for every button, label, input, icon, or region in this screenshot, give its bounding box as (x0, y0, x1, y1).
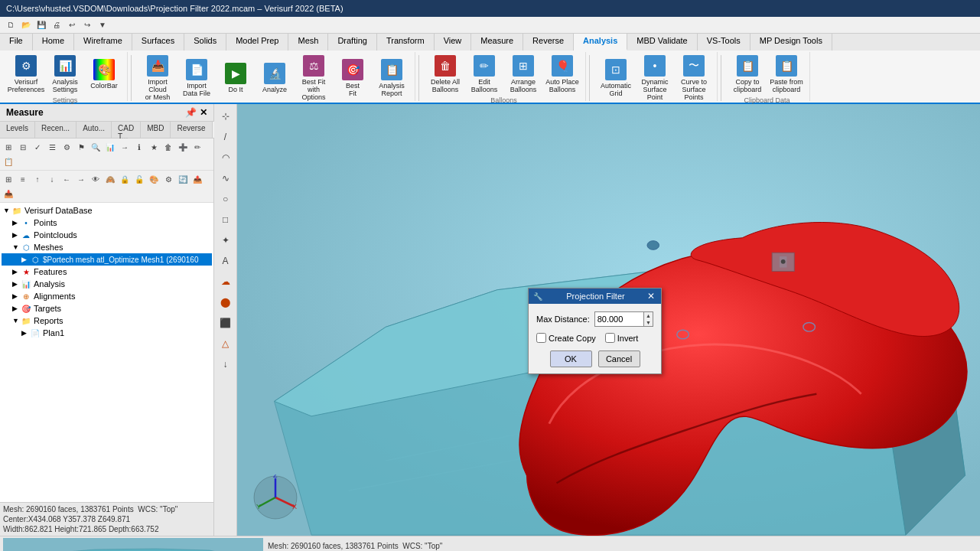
delete-all-balloons-button[interactable]: 🗑 Delete All Balloons (427, 54, 464, 95)
invert-checkbox[interactable] (605, 333, 615, 343)
panel-tab-auto[interactable]: Auto... (77, 122, 112, 138)
tree-item-targets[interactable]: ▶ 🎯 Targets (2, 302, 212, 315)
close-panel-icon[interactable]: ✕ (200, 107, 207, 118)
tab-measure[interactable]: Measure (471, 34, 523, 51)
lt-sphere[interactable]: ⬤ (217, 293, 235, 311)
pt-add[interactable]: ➕ (176, 140, 190, 154)
pt-filter[interactable]: 🔍 (89, 140, 103, 154)
tab-home[interactable]: Home (33, 34, 74, 51)
dialog-close-button[interactable]: ✕ (646, 291, 656, 302)
pt2-refresh[interactable]: 🔄 (176, 172, 190, 186)
pt2-unlock[interactable]: 🔓 (132, 172, 146, 186)
tree-item-reports[interactable]: ▼ 📁 Reports (2, 315, 212, 327)
pt-list[interactable]: ☰ (45, 140, 59, 154)
pt2-up[interactable]: ↑ (31, 172, 44, 186)
create-copy-checkbox[interactable] (536, 333, 546, 343)
tab-surfaces[interactable]: Surfaces (132, 34, 184, 51)
tab-vstools[interactable]: VS-Tools (698, 34, 750, 51)
best-fit-button[interactable]: 🎯 Best Fit (334, 57, 371, 99)
panel-tab-reverse[interactable]: Reverse (171, 122, 212, 138)
analysis-report-button[interactable]: 📋 Analysis Report (373, 57, 410, 99)
curve-to-surface-points-button[interactable]: 〜 Curve to Surface Points (676, 54, 712, 103)
pt-arrow[interactable]: → (118, 140, 132, 154)
pt2-lock[interactable]: 🔒 (118, 172, 132, 186)
qa-save[interactable]: 💾 (34, 18, 48, 32)
import-data-file-button[interactable]: 📄 Import Data File (178, 57, 215, 99)
pt-check[interactable]: ✓ (31, 140, 44, 154)
qa-new[interactable]: 🗋 (4, 18, 18, 32)
pt2-list[interactable]: ≡ (16, 172, 30, 186)
analyze-button[interactable]: 🔬 Analyze (256, 61, 293, 95)
tab-mpdesign[interactable]: MP Design Tools (750, 34, 832, 51)
pt-collapse-all[interactable]: ⊟ (16, 140, 30, 154)
tree-item-mesh-selected[interactable]: ▶ ⬡ $Portech mesh atl_Optimize Mesh1 (26… (2, 253, 212, 266)
tree-item-features[interactable]: ▶ ★ Features (2, 266, 212, 278)
best-fit-options-button[interactable]: ⚖ Best Fit with Options (295, 54, 332, 103)
pt2-grid[interactable]: ⊞ (2, 172, 15, 186)
pt2-settings[interactable]: ⚙ (161, 172, 175, 186)
verisurf-preferences-button[interactable]: ⚙ Verisurf Preferences (8, 54, 44, 95)
tab-analysis[interactable]: Analysis (574, 34, 627, 51)
pin-icon[interactable]: 📌 (185, 107, 197, 118)
max-distance-input[interactable] (594, 311, 644, 327)
tab-file[interactable]: File (0, 34, 33, 51)
auto-place-balloons-button[interactable]: 🎈 Auto Place Balloons (544, 54, 581, 95)
tree-item-verisurf-database[interactable]: ▼ 📁 Verisurf DataBase (2, 204, 212, 217)
automatic-grid-button[interactable]: ⊡ Automatic Grid (597, 57, 634, 99)
tab-reverse[interactable]: Reverse (523, 34, 574, 51)
lt-spline[interactable]: ∿ (217, 169, 235, 187)
tab-wireframe[interactable]: Wireframe (74, 34, 132, 51)
pt-chart[interactable]: 📊 (103, 140, 117, 154)
arrange-balloons-button[interactable]: ⊞ Arrange Balloons (505, 54, 542, 95)
lt-cylinder[interactable]: ⬛ (217, 314, 235, 332)
do-it-button[interactable]: ▶ Do It (217, 61, 254, 95)
tab-drafting[interactable]: Drafting (328, 34, 377, 51)
panel-tab-recent[interactable]: Recen... (35, 122, 77, 138)
pt2-hide[interactable]: 🙈 (103, 172, 117, 186)
panel-tab-mbd[interactable]: MBD (141, 122, 171, 138)
qa-open[interactable]: 📂 (19, 18, 33, 32)
spin-up[interactable]: ▲ (644, 312, 653, 319)
paste-from-clipboard-button[interactable]: 📋 Paste from clipboard (768, 54, 805, 95)
tab-mbd[interactable]: MBD Validate (627, 34, 697, 51)
copy-to-clipboard-button[interactable]: 📋 Copy to clipboard (729, 54, 766, 95)
tree-item-alignments[interactable]: ▶ ⊕ Alignments (2, 290, 212, 302)
import-cloud-button[interactable]: 📥 Import Cloud or Mesh (139, 54, 176, 103)
tab-solids[interactable]: Solids (184, 34, 226, 51)
ok-button[interactable]: OK (550, 350, 592, 367)
pt2-down[interactable]: ↓ (45, 172, 59, 186)
tree-item-analysis[interactable]: ▶ 📊 Analysis (2, 278, 212, 290)
cancel-button[interactable]: Cancel (598, 350, 640, 367)
panel-tab-levels[interactable]: Levels (0, 122, 35, 138)
pt-expand-all[interactable]: ⊞ (2, 140, 15, 154)
pt-star[interactable]: ★ (147, 140, 161, 154)
pt-info[interactable]: ℹ (132, 140, 146, 154)
pt2-view[interactable]: 👁 (89, 172, 103, 186)
tree-item-pointclouds[interactable]: ▶ ☁ Pointclouds (2, 229, 212, 241)
lt-point[interactable]: ✦ (217, 231, 235, 249)
tree-item-meshes[interactable]: ▼ ⬡ Meshes (2, 241, 212, 253)
analysis-settings-button[interactable]: 📊 Analysis Settings (47, 54, 83, 95)
lt-arc[interactable]: ◠ (217, 148, 235, 167)
edit-balloons-button[interactable]: ✏ Edit Balloons (466, 54, 503, 95)
qa-redo[interactable]: ↪ (80, 18, 94, 32)
lt-line[interactable]: / (217, 128, 235, 146)
pt2-export[interactable]: 📤 (190, 172, 204, 186)
lt-cone[interactable]: △ (217, 334, 235, 353)
pt2-right[interactable]: → (74, 172, 88, 186)
lt-arrow-down[interactable]: ↓ (217, 355, 235, 373)
pt-flag[interactable]: ⚑ (74, 140, 88, 154)
pt2-left[interactable]: ← (60, 172, 73, 186)
lt-rect[interactable]: □ (217, 210, 235, 229)
dialog-title-bar[interactable]: 🔧 Projection Filter ✕ (529, 289, 661, 304)
pt-gear[interactable]: ⚙ (60, 140, 73, 154)
lt-text[interactable]: A (217, 252, 235, 270)
lt-cursor[interactable]: ⊹ (217, 107, 235, 126)
pt-copy[interactable]: 📋 (2, 155, 15, 168)
tab-view[interactable]: View (435, 34, 472, 51)
tree-item-plan1[interactable]: ▶ 📄 Plan1 (2, 327, 212, 339)
qa-print[interactable]: 🖨 (50, 18, 63, 32)
qa-undo[interactable]: ↩ (65, 18, 79, 32)
qa-more[interactable]: ▼ (96, 18, 109, 32)
panel-tab-cad[interactable]: CAD T... (112, 122, 141, 138)
